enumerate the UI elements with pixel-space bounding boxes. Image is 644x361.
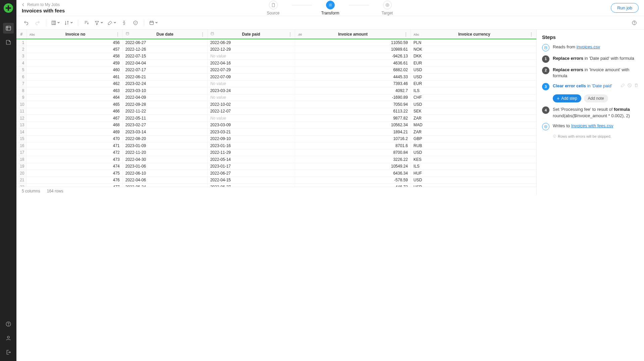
- rail-jobs-icon[interactable]: [3, 23, 14, 34]
- formula-button[interactable]: [119, 18, 129, 28]
- svg-rect-12: [545, 46, 547, 49]
- step-reads-from[interactable]: Reads from invoices.csv: [542, 44, 639, 51]
- table-row[interactable]: 174722022-11-202022-11-298700.84USD: [16, 149, 536, 156]
- step-1[interactable]: 1 Replace errors in 'Date paid' with for…: [542, 55, 639, 63]
- table-row[interactable]: 124672022-05-11No value9877.82ZAR: [16, 115, 536, 122]
- svg-rect-6: [52, 21, 56, 25]
- svg-point-5: [387, 4, 388, 6]
- table-row[interactable]: 14562022-06-272022-06-2911050.59PLN: [16, 39, 536, 46]
- table-row[interactable]: 84632023-03-102023-03-244092.7ILS: [16, 87, 536, 94]
- target-file-link[interactable]: Invoices with fees.csv: [571, 123, 613, 128]
- left-rail: [0, 0, 16, 361]
- svg-point-17: [554, 137, 555, 137]
- status-columns: 5 columns: [22, 189, 40, 193]
- table-row[interactable]: 184732022-04-302022-05-143226.22KES: [16, 156, 536, 163]
- back-link-label: Return to My Jobs: [27, 2, 60, 7]
- table-row[interactable]: 214762022-04-062022-04-15-578.59USD: [16, 177, 536, 184]
- column-menu-icon[interactable]: ⋮: [404, 32, 408, 37]
- delete-step-icon[interactable]: [634, 83, 639, 88]
- table-container: #AbcInvoice no⋮Due date⋮Date paid⋮.00Inv…: [16, 30, 537, 195]
- column-menu-icon[interactable]: ⋮: [529, 32, 533, 37]
- toolbar: [16, 16, 644, 30]
- add-note-button[interactable]: Add note: [584, 94, 608, 102]
- filter-sort-button[interactable]: [82, 18, 92, 28]
- table-row[interactable]: 54602022-07-172022-07-296882.02USD: [16, 66, 536, 74]
- table-row[interactable]: 154702022-08-202022-09-1010716.2GBP: [16, 135, 536, 142]
- steps-title: Steps: [542, 34, 639, 40]
- column-header-invoice_currency[interactable]: AbcInvoice currency⋮: [411, 30, 536, 39]
- column-menu-icon[interactable]: ⋮: [116, 32, 120, 37]
- table-row[interactable]: 94642022-04-09No value-1690.89CHF: [16, 94, 536, 101]
- step-writes-to[interactable]: Writes to Invoices with fees.csv: [542, 123, 639, 130]
- table-row[interactable]: 64612022-06-212022-07-094445.33USD: [16, 74, 536, 81]
- column-menu-icon[interactable]: ⋮: [288, 32, 292, 37]
- rail-exit-icon[interactable]: [3, 347, 14, 358]
- redo-button[interactable]: [33, 18, 43, 28]
- table-row[interactable]: 204752022-06-102022-06-276436.34HUF: [16, 170, 536, 177]
- stage-transform[interactable]: Transform: [312, 1, 349, 15]
- rail-docs-icon[interactable]: [3, 37, 14, 48]
- rail-user-icon[interactable]: [3, 333, 14, 344]
- columns-button[interactable]: [50, 18, 61, 28]
- svg-point-15: [545, 126, 546, 127]
- svg-point-4: [386, 3, 389, 6]
- skip-errors-hint: Rows with errors will be skipped.: [553, 134, 639, 138]
- table-row[interactable]: 144692023-03-142023-03-211894.21ZAR: [16, 129, 536, 136]
- output-icon: [542, 123, 549, 130]
- help-button[interactable]: [629, 18, 639, 28]
- table-row[interactable]: 114662022-11-222022-12-076113.22SEK: [16, 108, 536, 115]
- main-area: Return to My Jobs Invoices with fees Sou…: [16, 0, 644, 361]
- data-grid[interactable]: #AbcInvoice no⋮Due date⋮Date paid⋮.00Inv…: [16, 30, 536, 187]
- table-row[interactable]: 34582022-07-15No value-9426.13DKK: [16, 53, 536, 60]
- table-row[interactable]: 44592022-04-042022-04-164636.61EUR: [16, 60, 536, 67]
- page-title: Invoices with fees: [22, 8, 65, 13]
- svg-point-9: [634, 24, 635, 24]
- filter-button[interactable]: [93, 18, 105, 28]
- app-logo[interactable]: [4, 3, 13, 13]
- transform-button[interactable]: [106, 18, 118, 28]
- add-step-button[interactable]: +Add step: [553, 94, 581, 102]
- status-bar: 5 columns 164 rows: [16, 187, 536, 195]
- svg-rect-11: [211, 33, 214, 35]
- top-bar: Return to My Jobs Invoices with fees Sou…: [16, 0, 644, 16]
- workspace: #AbcInvoice no⋮Due date⋮Date paid⋮.00Inv…: [16, 30, 644, 195]
- stage-indicator: Source Transform Target: [255, 1, 406, 15]
- stage-source[interactable]: Source: [255, 1, 292, 15]
- status-rows: 164 rows: [47, 189, 63, 193]
- table-row[interactable]: 24572022-12-262022-12-2910989.61NOK: [16, 46, 536, 53]
- step-2[interactable]: 2 Replace errors in 'Invoice amount' wit…: [542, 67, 639, 79]
- svg-rect-10: [126, 33, 129, 35]
- stage-target[interactable]: Target: [369, 1, 406, 15]
- svg-point-3: [7, 336, 9, 338]
- column-header-due_date[interactable]: Due date⋮: [122, 30, 207, 39]
- rail-help-icon[interactable]: [3, 319, 14, 329]
- sort-button[interactable]: [63, 18, 74, 28]
- source-file-link[interactable]: invoices.csv: [577, 44, 600, 49]
- step-3[interactable]: 3 Clear error cells in 'Date paid': [542, 83, 639, 90]
- edit-step-icon[interactable]: [621, 83, 625, 88]
- run-job-button[interactable]: Run job: [611, 3, 639, 13]
- undo-button[interactable]: [21, 18, 31, 28]
- disable-step-icon[interactable]: [627, 83, 632, 88]
- column-header-invoice_amount[interactable]: .00Invoice amount⋮: [295, 30, 411, 39]
- step-4[interactable]: 4 Set 'Processing fee' to result of form…: [542, 106, 639, 119]
- column-menu-icon[interactable]: ⋮: [201, 32, 205, 37]
- validate-button[interactable]: [130, 18, 141, 28]
- date-button[interactable]: [148, 18, 159, 28]
- table-row[interactable]: 224772022-06-242022-06-27446.72USD: [16, 184, 536, 187]
- table-row[interactable]: 164712023-01-092023-01-168701.6RUB: [16, 142, 536, 149]
- svg-point-14: [544, 125, 547, 128]
- row-number-header[interactable]: #: [16, 30, 26, 39]
- table-row[interactable]: 104652022-09-282022-10-027050.94USD: [16, 101, 536, 108]
- svg-rect-7: [150, 21, 154, 25]
- steps-panel: Steps Reads from invoices.csv 1 Replace …: [537, 30, 644, 195]
- column-header-date_paid[interactable]: Date paid⋮: [207, 30, 295, 39]
- svg-rect-0: [6, 26, 11, 30]
- table-row[interactable]: 134682023-02-272023-03-0910562.34MAD: [16, 122, 536, 129]
- input-icon: [542, 44, 549, 51]
- column-header-invoice_no[interactable]: AbcInvoice no⋮: [26, 30, 122, 39]
- table-row[interactable]: 194742023-01-062023-01-1710549.24ILS: [16, 163, 536, 170]
- table-row[interactable]: 74622023-02-24No value7393.46EUR: [16, 80, 536, 87]
- svg-point-2: [8, 325, 8, 325]
- back-link[interactable]: Return to My Jobs: [22, 2, 65, 7]
